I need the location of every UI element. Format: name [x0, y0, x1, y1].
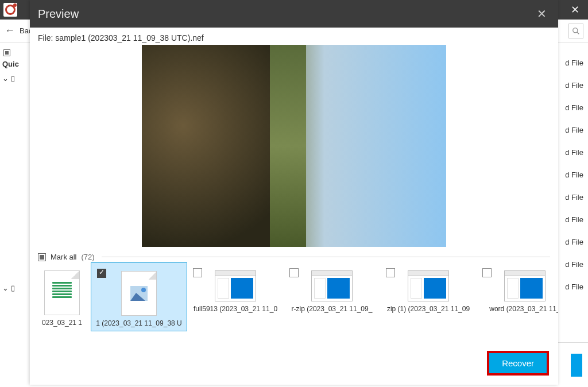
thumbnails-strip: 023_03_21 11 (2023_03_21 11_09_38 Ufull5… — [30, 262, 558, 331]
thumb-filename: 1 (2023_03_21 11_09_38 U — [92, 319, 185, 327]
modal-title: Preview — [38, 7, 79, 21]
thumb-checkbox[interactable] — [97, 269, 106, 278]
thumb-filename: word (2023_03_21 11_ — [478, 305, 558, 313]
thumb-filename: full5913 (2023_03_21 11_0 — [188, 305, 283, 313]
thumb-checkbox[interactable] — [193, 268, 202, 277]
thumb-filename: r-zip (2023_03_21 11_09_ — [285, 305, 379, 313]
app-file-icon — [408, 270, 449, 301]
modal-footer: Recover — [30, 339, 558, 385]
modal-close-button[interactable]: ✕ — [533, 7, 550, 21]
thumb-filename: 023_03_21 1 — [34, 319, 90, 327]
mark-count: (72) — [82, 253, 95, 261]
preview-image-area — [30, 45, 558, 247]
file-icon — [44, 270, 80, 315]
mark-all-label: Mark all — [51, 253, 77, 261]
preview-modal: Preview ✕ File: sample1 (202303_21 11_09… — [30, 0, 558, 385]
quick-label: Quic — [2, 60, 28, 68]
app-logo-icon — [3, 3, 17, 17]
file-name-label: File: sample1 (202303_21 11_09_38 UTC).n… — [30, 28, 558, 45]
chevron-down-icon[interactable]: ⌄ ▯ — [2, 74, 28, 83]
back-arrow-icon[interactable]: ← — [5, 25, 15, 37]
mark-all-checkbox[interactable] — [38, 253, 46, 261]
thumb-checkbox[interactable] — [386, 268, 395, 277]
bg-sidebar: Quic ⌄ ▯ ⌄ ▯ — [0, 42, 30, 387]
bg-action-button[interactable] — [571, 354, 582, 377]
file-prefix: File: — [38, 33, 55, 42]
thumb-checkbox[interactable] — [289, 268, 299, 277]
divider — [102, 257, 550, 257]
search-button[interactable] — [568, 24, 583, 38]
thumbnail-item[interactable]: full5913 (2023_03_21 11_0 — [187, 262, 284, 331]
thumb-checkbox[interactable] — [482, 268, 492, 277]
mark-all-row: Mark all (72) — [30, 250, 558, 262]
thumbnail-item[interactable]: word (2023_03_21 11_ — [477, 262, 558, 331]
app-file-icon — [504, 270, 546, 301]
svg-line-1 — [577, 32, 579, 34]
recover-button[interactable]: Recover — [487, 351, 549, 376]
image-file-icon — [121, 271, 157, 316]
chevron-down-icon[interactable]: ⌄ ▯ — [2, 284, 28, 292]
svg-point-0 — [573, 28, 578, 32]
thumbnail-item[interactable]: 023_03_21 1 — [33, 262, 91, 331]
thumbnail-item[interactable]: 1 (2023_03_21 11_09_38 U — [91, 262, 187, 331]
file-name-value: sample1 (202303_21 11_09_38 UTC).nef — [55, 33, 203, 42]
thumbnail-item[interactable]: r-zip (2023_03_21 11_09_ — [284, 262, 380, 331]
bg-close-button[interactable]: ✕ — [562, 0, 588, 20]
search-icon — [572, 27, 580, 35]
preview-image — [142, 45, 446, 247]
app-file-icon — [311, 270, 353, 301]
thumb-filename: zip (1) (2023_03_21 11_09 — [381, 305, 475, 313]
thumbnail-item[interactable]: zip (1) (2023_03_21 11_09 — [380, 262, 477, 331]
app-file-icon — [215, 270, 256, 301]
modal-titlebar: Preview ✕ — [30, 0, 558, 28]
